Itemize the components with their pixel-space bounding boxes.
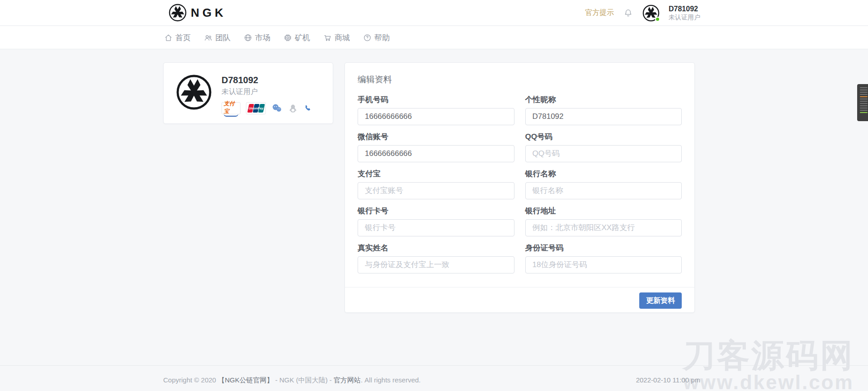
nav-item-label: 帮助 xyxy=(374,33,390,43)
official-notice-link[interactable]: 官方提示 xyxy=(585,8,614,18)
header-right-cluster: 官方提示 D781092 未认证用户 xyxy=(585,0,700,26)
nav-item-label: 市场 xyxy=(255,33,270,43)
qq-icon xyxy=(288,104,298,113)
alipay-badge: 支付宝 xyxy=(222,102,241,114)
real-name-label: 真实姓名 xyxy=(358,244,514,253)
main-navbar: 首页 团队 市场 矿机 商城 xyxy=(0,26,868,49)
nav-item-label: 团队 xyxy=(215,33,231,43)
unionpay-stripes: UnionPay xyxy=(247,104,264,113)
field-nickname: 个性昵称 xyxy=(525,95,682,125)
bank-address-input[interactable] xyxy=(525,219,682,236)
bank-name-input[interactable] xyxy=(525,182,682,199)
nav-item-label: 矿机 xyxy=(295,33,310,43)
id-number-input[interactable] xyxy=(525,256,682,273)
nav-item-mall[interactable]: 商城 xyxy=(323,33,350,43)
phone-icon xyxy=(303,104,312,113)
minimap-widget[interactable] xyxy=(857,84,868,121)
team-icon xyxy=(204,33,212,42)
site-name-link[interactable]: 【NGK公链官网】 xyxy=(218,376,274,384)
bell-icon[interactable] xyxy=(623,8,633,18)
copyright-suffix: . All rights reserved. xyxy=(361,376,421,384)
bank-name-label: 银行名称 xyxy=(525,170,682,179)
app-header: NGK 官方提示 D781092 未认证用户 xyxy=(0,0,868,26)
nickname-label: 个性昵称 xyxy=(525,95,682,104)
header-user-status: 未认证用户 xyxy=(669,14,700,22)
bank-address-label: 银行地址 xyxy=(525,207,682,216)
user-avatar[interactable] xyxy=(642,5,660,22)
nav-item-help[interactable]: 帮助 xyxy=(363,33,390,43)
profile-badges: 支付宝 UnionPay xyxy=(222,102,312,114)
field-wechat: 微信账号 xyxy=(358,132,514,162)
wechat-label: 微信账号 xyxy=(358,132,514,141)
market-globe-icon xyxy=(244,33,252,42)
profile-status: 未认证用户 xyxy=(222,87,312,97)
field-qq: QQ号码 xyxy=(525,132,682,162)
nav-item-label: 商城 xyxy=(335,33,350,43)
header-user-name: D781092 xyxy=(669,5,700,14)
mall-cart-icon xyxy=(323,33,332,42)
miner-cpu-icon xyxy=(283,33,292,42)
nav-item-market[interactable]: 市场 xyxy=(244,33,270,43)
edit-card-footer: 更新资料 xyxy=(345,287,694,314)
wechat-icon xyxy=(271,103,283,114)
alipay-input[interactable] xyxy=(358,182,514,199)
phone-number-input[interactable] xyxy=(358,108,514,125)
phone-number-label: 手机号码 xyxy=(358,95,514,104)
alipay-label: 支付宝 xyxy=(358,170,514,179)
official-site-link[interactable]: 官方网站 xyxy=(334,376,361,384)
update-profile-button[interactable]: 更新资料 xyxy=(639,292,682,309)
id-number-label: 身份证号码 xyxy=(525,244,682,253)
ngk-emblem-icon xyxy=(169,4,187,22)
nav-items: 首页 团队 市场 矿机 商城 xyxy=(164,26,403,49)
profile-info: D781092 未认证用户 支付宝 UnionPay xyxy=(222,75,312,114)
field-bank-card: 银行卡号 xyxy=(358,207,514,236)
home-icon xyxy=(164,33,173,42)
footer-copyright: Copyright © 2020 【NGK公链官网】 - NGK (中国大陆) … xyxy=(163,376,421,385)
profile-card: D781092 未认证用户 支付宝 UnionPay xyxy=(163,62,333,124)
footer-divider xyxy=(0,365,868,366)
nickname-input[interactable] xyxy=(525,108,682,125)
bank-card-label: 银行卡号 xyxy=(358,207,514,216)
brand-name: NGK xyxy=(191,6,226,20)
nav-item-miner[interactable]: 矿机 xyxy=(283,33,310,43)
unionpay-badge-label: UnionPay xyxy=(248,107,264,110)
avatar-emblem-icon xyxy=(176,74,212,110)
copyright-middle: - NGK (中国大陆) - xyxy=(274,376,334,384)
field-bank-address: 银行地址 xyxy=(525,207,682,236)
real-name-input[interactable] xyxy=(358,256,514,273)
field-id-number: 身份证号码 xyxy=(525,244,682,273)
unionpay-badge: UnionPay xyxy=(246,102,266,114)
nav-item-team[interactable]: 团队 xyxy=(204,33,231,43)
bank-card-input[interactable] xyxy=(358,219,514,236)
watermark-url: www.dkewl.com xyxy=(683,372,854,391)
wechat-input[interactable] xyxy=(358,145,514,162)
profile-avatar xyxy=(176,74,212,110)
edit-card-title: 编辑资料 xyxy=(358,75,682,85)
edit-profile-form: 手机号码 个性昵称 微信账号 QQ号码 支付宝 银行名称 银行卡号 银行地址 xyxy=(358,95,682,281)
page: { "header": { "brand": "NGK", "notice": … xyxy=(0,0,868,391)
brand-logo[interactable]: NGK xyxy=(169,4,226,22)
online-status-dot xyxy=(655,17,660,22)
edit-profile-card: 编辑资料 手机号码 个性昵称 微信账号 QQ号码 支付宝 银行名称 银行卡号 xyxy=(344,62,695,313)
nav-item-label: 首页 xyxy=(175,33,191,43)
watermark-title: 刀客源码网 xyxy=(683,339,854,372)
footer-datetime: 2022-02-10 11:00 pm xyxy=(636,376,700,384)
field-phone-number: 手机号码 xyxy=(358,95,514,125)
qq-label: QQ号码 xyxy=(525,132,682,141)
field-bank-name: 银行名称 xyxy=(525,170,682,199)
help-icon xyxy=(363,33,372,42)
alipay-badge-label: 支付宝 xyxy=(224,100,238,117)
qq-input[interactable] xyxy=(525,145,682,162)
profile-name: D781092 xyxy=(222,75,312,85)
nav-item-home[interactable]: 首页 xyxy=(164,33,191,43)
field-real-name: 真实姓名 xyxy=(358,244,514,273)
header-user-info[interactable]: D781092 未认证用户 xyxy=(669,5,700,22)
field-alipay: 支付宝 xyxy=(358,170,514,199)
copyright-prefix: Copyright © 2020 xyxy=(163,376,218,384)
